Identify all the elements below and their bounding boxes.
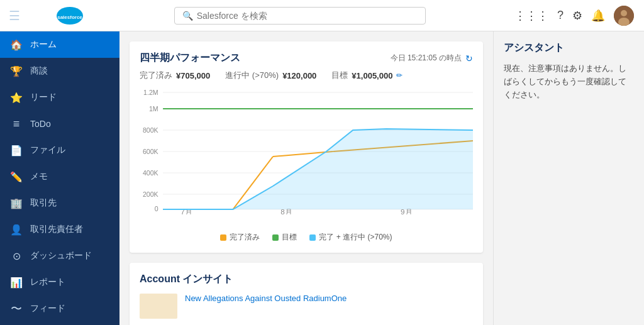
legend-target: 目標	[272, 232, 297, 243]
settings-icon[interactable]: ⚙	[572, 9, 582, 23]
deals-icon: 🏆	[10, 65, 23, 77]
search-icon: 🔍	[182, 11, 193, 21]
svg-text:1M: 1M	[149, 106, 158, 113]
insights-title: Account インサイト	[140, 273, 473, 286]
timestamp-text: 今日 15:21:05 の時点	[391, 53, 462, 63]
grid-icon[interactable]: ⋮⋮⋮	[514, 9, 548, 23]
insight-item: New Allegations Against Ousted RadiumOne	[140, 294, 473, 319]
memo-icon: ✏️	[10, 170, 23, 183]
right-panel: アシスタント 現在、注意事項はありません。しばらくしてからもう一度確認してくださ…	[493, 31, 644, 325]
sidebar-item-contacts[interactable]: 👤 取引先責任者	[0, 216, 119, 243]
hamburger-icon[interactable]: ☰	[0, 8, 29, 23]
inprogress-value: ¥120,000	[282, 71, 316, 80]
legend-dot-target	[272, 234, 279, 241]
avatar[interactable]	[614, 6, 634, 26]
help-icon[interactable]: ?	[557, 9, 564, 22]
sidebar-label-accounts: 取引先	[30, 197, 57, 209]
content-area: 四半期パフォーマンス 今日 15:21:05 の時点 ↻ 完了済み ¥705,0…	[119, 31, 493, 325]
completed-label: 完了済み	[140, 70, 172, 81]
feed-icon: 〜	[10, 302, 23, 315]
search-input[interactable]	[197, 11, 418, 21]
legend-completed: 完了済み	[220, 232, 260, 243]
sidebar-label-todo: ToDo	[30, 119, 51, 129]
sidebar-label-reports: レポート	[30, 277, 65, 288]
svg-text:800K: 800K	[143, 127, 158, 134]
sidebar-label-home: ホーム	[30, 39, 57, 50]
completed-value: ¥705,000	[176, 71, 210, 80]
sidebar-label-deals: 商談	[30, 65, 48, 77]
chart-svg: 1.2M 1M 800K 600K 400K 200K 0	[140, 89, 473, 214]
salesforce-logo: salesforce	[56, 6, 84, 25]
legend-label-target: 目標	[282, 232, 297, 243]
sidebar-item-groups[interactable]: 👥 グループ	[0, 322, 119, 325]
performance-stats: 完了済み ¥705,000 進行中 (>70%) ¥120,000 目標 ¥1,…	[140, 70, 473, 81]
assistant-title: アシスタント	[504, 41, 634, 55]
performance-chart: 1.2M 1M 800K 600K 400K 200K 0	[140, 89, 473, 227]
dashboard-icon: ⊙	[10, 250, 23, 262]
svg-text:400K: 400K	[143, 170, 158, 177]
svg-point-3	[621, 10, 627, 16]
legend-dot-completed	[220, 234, 226, 241]
logo-area: ☰ salesforce	[10, 6, 130, 25]
sidebar-item-files[interactable]: 📄 ファイル	[0, 137, 119, 163]
search-box[interactable]: 🔍	[174, 7, 426, 25]
svg-marker-27	[163, 129, 473, 209]
search-area: 🔍	[174, 7, 426, 25]
stat-target: 目標 ¥1,005,000 ✏	[331, 70, 402, 81]
stat-completed: 完了済み ¥705,000	[140, 70, 210, 81]
target-value: ¥1,005,000	[352, 71, 392, 80]
accounts-icon: 🏢	[10, 197, 23, 209]
sidebar-label-dashboard: ダッシュボード	[30, 250, 92, 262]
chart-legend: 完了済み 目標 完了 + 進行中 (>70%)	[140, 232, 473, 243]
insight-thumbnail	[140, 294, 177, 319]
sidebar-item-dashboard[interactable]: ⊙ ダッシュボード	[0, 243, 119, 269]
legend-label-inprogress: 完了 + 進行中 (>70%)	[319, 232, 392, 243]
svg-text:salesforce: salesforce	[57, 14, 82, 20]
target-label: 目標	[331, 70, 348, 81]
performance-header: 四半期パフォーマンス 今日 15:21:05 の時点 ↻	[140, 52, 473, 65]
sidebar-item-home[interactable]: 🏠 ホーム	[0, 31, 119, 58]
insight-link[interactable]: New Allegations Against Ousted RadiumOne	[185, 294, 347, 303]
refresh-icon[interactable]: ↻	[465, 53, 473, 63]
topnav: ☰ salesforce 🔍 ⋮⋮⋮ ? ⚙ 🔔	[0, 0, 644, 31]
sidebar-item-memo[interactable]: ✏️ メモ	[0, 163, 119, 190]
home-icon: 🏠	[10, 38, 23, 51]
sidebar-item-todo[interactable]: ≡ ToDo	[0, 111, 119, 137]
performance-title: 四半期パフォーマンス	[140, 52, 240, 65]
sidebar-label-files: ファイル	[30, 145, 65, 156]
sidebar-item-leads[interactable]: ⭐ リード	[0, 84, 119, 111]
sidebar-label-leads: リード	[30, 92, 57, 103]
sidebar-label-memo: メモ	[30, 171, 48, 182]
sidebar-item-deals[interactable]: 🏆 商談	[0, 58, 119, 84]
account-insights-card: Account インサイト New Allegations Against Ou…	[130, 263, 483, 325]
svg-text:600K: 600K	[143, 148, 158, 155]
svg-text:0: 0	[155, 206, 158, 212]
stat-inprogress: 進行中 (>70%) ¥120,000	[225, 70, 316, 81]
leads-icon: ⭐	[10, 91, 23, 104]
performance-card: 四半期パフォーマンス 今日 15:21:05 の時点 ↻ 完了済み ¥705,0…	[130, 41, 483, 253]
main-layout: 🏠 ホーム 🏆 商談 ⭐ リード ≡ ToDo 📄 ファイル ✏️ メモ 🏢 取…	[0, 31, 644, 325]
performance-timestamp: 今日 15:21:05 の時点 ↻	[391, 53, 473, 63]
assistant-message: 現在、注意事項はありません。しばらくしてからもう一度確認してください。	[504, 62, 634, 101]
bell-icon[interactable]: 🔔	[591, 9, 605, 23]
sidebar-label-feed: フィード	[30, 303, 65, 314]
legend-inprogress: 完了 + 進行中 (>70%)	[309, 232, 392, 243]
sidebar-label-contacts: 取引先責任者	[30, 224, 83, 235]
target-edit-icon[interactable]: ✏	[396, 71, 402, 80]
files-icon: 📄	[10, 144, 23, 157]
sidebar-item-accounts[interactable]: 🏢 取引先	[0, 190, 119, 216]
topnav-icons: ⋮⋮⋮ ? ⚙ 🔔	[514, 6, 634, 26]
reports-icon: 📊	[10, 276, 23, 289]
sidebar-item-reports[interactable]: 📊 レポート	[0, 269, 119, 295]
contacts-icon: 👤	[10, 223, 23, 236]
legend-dot-inprogress	[309, 234, 316, 241]
legend-label-completed: 完了済み	[230, 232, 260, 243]
svg-text:1.2M: 1.2M	[143, 89, 158, 96]
todo-icon: ≡	[10, 118, 23, 130]
inprogress-label: 進行中 (>70%)	[225, 70, 279, 81]
sidebar: 🏠 ホーム 🏆 商談 ⭐ リード ≡ ToDo 📄 ファイル ✏️ メモ 🏢 取…	[0, 31, 119, 325]
sidebar-item-feed[interactable]: 〜 フィード	[0, 295, 119, 322]
svg-text:200K: 200K	[143, 191, 158, 198]
